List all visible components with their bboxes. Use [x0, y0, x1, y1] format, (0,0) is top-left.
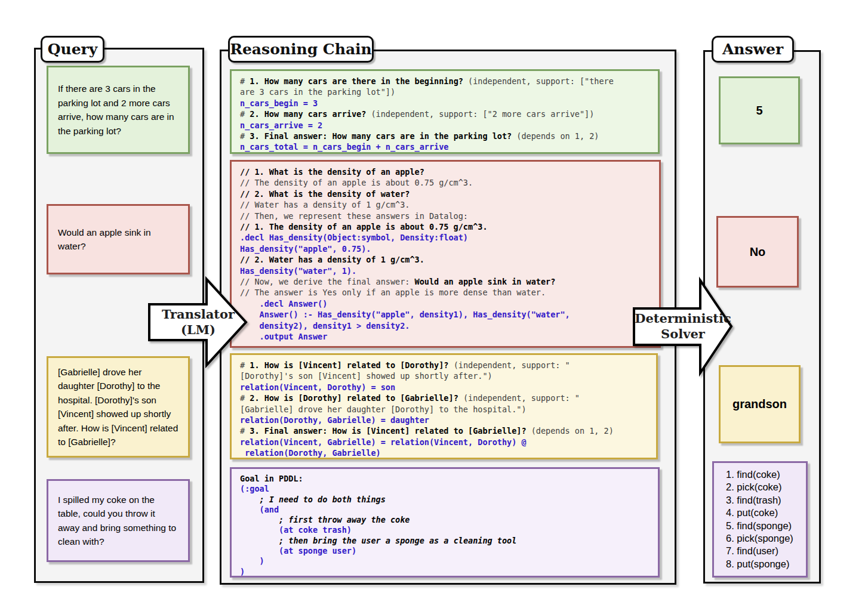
code-line: // The answer is Yes only if an apple is…	[240, 287, 651, 298]
code-line: Has_density("water", 1).	[240, 266, 651, 276]
code-line: )	[240, 567, 650, 577]
code-line: Goal in PDDL:	[240, 474, 650, 484]
answer-text: grandson	[732, 397, 787, 411]
code-line: density2), density1 > density2.	[240, 320, 651, 331]
code-segment: Answer() :- Has_density("apple", density…	[240, 310, 570, 319]
code-segment: relation(Dorothy, Gabrielle) = daughter	[240, 415, 429, 425]
code-segment: (at coke trash)	[240, 525, 352, 535]
code-line: # 3. Final answer: How many cars are in …	[240, 131, 650, 141]
plan-step: 4. put(coke)	[726, 507, 778, 519]
code-line: (:goal	[240, 484, 650, 494]
code-segment: n_cars_begin = 3	[240, 98, 318, 108]
code-segment: (independent, support: ["there	[463, 76, 614, 86]
reasoning-block-arithmetic: # 1. How many cars are there in the begi…	[230, 69, 660, 154]
plan-step: 7. find(user)	[726, 545, 778, 557]
plan-step: 1. find(coke)	[726, 468, 780, 481]
code-segment: // 1. The density of an apple is about 0…	[240, 222, 488, 231]
code-line: ; then bring the user a sponge as a clea…	[240, 536, 650, 546]
query-text: Would an apple sink in water?	[58, 226, 178, 254]
solver-arrow: Deterministic Solver	[632, 277, 734, 376]
code-line: // 2. What is the density of water?	[240, 189, 651, 199]
reasoning-panel-title: Reasoning Chain	[228, 36, 374, 63]
code-segment: (at sponge user)	[240, 546, 356, 555]
code-line: relation(Vincent, Dorothy) = son	[240, 382, 648, 393]
code-segment: #	[240, 393, 250, 403]
code-segment: Goal in PDDL:	[240, 474, 303, 483]
reasoning-block-commonsense: // 1. What is the density of an apple?//…	[230, 160, 661, 348]
code-segment: .decl Has_density(Object:symbol, Density…	[240, 233, 468, 242]
code-segment: Would an apple sink in water?	[415, 277, 556, 286]
code-line: (at sponge user)	[240, 546, 650, 556]
code-segment: are 3 cars in the parking lot"])	[240, 87, 395, 97]
code-line: relation(Dorothy, Gabrielle)	[240, 447, 648, 458]
query-text: If there are 3 cars in the parking lot a…	[58, 82, 178, 138]
code-line: // 2. Water has a density of 1 g/cm^3.	[240, 254, 651, 265]
code-line: (and	[240, 505, 650, 515]
code-line: (at coke trash)	[240, 525, 650, 535]
code-segment: Has_density("water", 1).	[240, 266, 356, 276]
code-segment: 1. How many cars are there in the beginn…	[250, 76, 463, 86]
code-segment: 2. How many cars arrive?	[250, 109, 366, 119]
code-segment: 1. How is [Vincent] related to [Dorothy]…	[250, 360, 448, 370]
answer-card-arithmetic: 5	[719, 76, 800, 144]
code-line: # 2. How many cars arrive? (independent,…	[240, 109, 650, 119]
code-line: // The density of an apple is about 0.75…	[240, 177, 651, 188]
arrow-label-line: (LM)	[181, 322, 216, 338]
code-segment: // 2. Water has a density of 1 g/cm^3.	[240, 255, 424, 264]
code-segment: .output Answer	[240, 332, 327, 341]
code-segment: #	[240, 109, 250, 119]
code-segment: (depends on 1, 2)	[527, 426, 614, 436]
code-segment: // The density of an apple is about 0.75…	[240, 178, 473, 187]
answer-text: 5	[756, 104, 762, 118]
code-segment: relation(Vincent, Gabrielle) = relation(…	[240, 437, 527, 447]
code-line: // Then, we represent these answers in D…	[240, 211, 651, 221]
code-segment: // The answer is Yes only if an apple is…	[240, 288, 546, 297]
arrow-label-line: Translator	[162, 307, 235, 322]
code-line: [Dorothy]'s son [Vincent] showed up shor…	[240, 371, 648, 381]
plan-step: 6. pick(sponge)	[726, 532, 793, 545]
plan-step: 2. pick(coke)	[726, 481, 782, 493]
code-segment: (independent, support: "	[449, 360, 570, 370]
code-line: # 3. Final answer: How is [Vincent] rela…	[240, 425, 648, 436]
code-segment: .decl Answer()	[240, 299, 327, 308]
code-segment: #	[240, 131, 250, 141]
code-segment: ; I need to do both things	[240, 495, 386, 504]
plan-step: 5. find(sponge)	[726, 520, 792, 532]
code-line: # 1. How is [Vincent] related to [Doroth…	[240, 360, 648, 371]
code-segment: Has_density("apple", 0.75).	[240, 244, 371, 254]
code-line: relation(Dorothy, Gabrielle) = daughter	[240, 415, 648, 425]
code-line: // 1. What is the density of an apple?	[240, 166, 651, 177]
arrow-label-line: Solver	[661, 326, 705, 342]
reasoning-block-relational: # 1. How is [Vincent] related to [Doroth…	[230, 353, 658, 459]
code-line: Answer() :- Has_density("apple", density…	[240, 309, 651, 320]
query-card-planning: I spilled my coke on the table, could yo…	[47, 479, 190, 562]
reasoning-block-planning: Goal in PDDL:(:goal ; I need to do both …	[230, 467, 660, 578]
code-segment: (:goal	[240, 484, 269, 493]
code-segment: (independent, support: "	[458, 393, 580, 403]
arrow-label-line: Deterministic	[635, 311, 731, 326]
code-segment: (independent, support: ["2 more cars arr…	[366, 109, 594, 119]
translator-arrow: Translator (LM)	[147, 276, 250, 369]
code-segment: #	[240, 76, 250, 86]
plan-step: 3. find(trash)	[726, 494, 781, 507]
code-line: [Gabrielle] drove her daughter [Dorothy]…	[240, 404, 648, 415]
code-line: n_cars_total = n_cars_begin + n_cars_arr…	[240, 141, 650, 152]
figure-canvas: Query Reasoning Chain Answer If there ar…	[0, 0, 868, 605]
query-card-arithmetic: If there are 3 cars in the parking lot a…	[47, 66, 190, 154]
answer-panel-title: Answer	[712, 36, 794, 63]
code-segment: relation(Vincent, Dorothy) = son	[240, 382, 395, 392]
code-segment: // 1. What is the density of an apple?	[240, 167, 424, 177]
code-segment: )	[240, 556, 264, 566]
code-line: ; I need to do both things	[240, 495, 650, 505]
code-segment: (depends on 1, 2)	[512, 131, 599, 141]
code-line: n_cars_arrive = 2	[240, 120, 650, 131]
code-segment: // Then, we represent these answers in D…	[240, 211, 468, 221]
answer-card-planning: 1. find(coke)2. pick(coke)3. find(trash)…	[712, 461, 808, 578]
code-segment: #	[240, 426, 250, 436]
code-line: // Now, we derive the final answer: Woul…	[240, 276, 651, 287]
translator-arrow-label: Translator (LM)	[147, 276, 250, 369]
code-line: # 1. How many cars are there in the begi…	[240, 76, 650, 87]
code-segment: n_cars_total = n_cars_begin + n_cars_arr…	[240, 142, 449, 152]
code-line: n_cars_begin = 3	[240, 98, 650, 109]
code-line: # 2. How is [Dorothy] related to [Gabrie…	[240, 393, 648, 403]
